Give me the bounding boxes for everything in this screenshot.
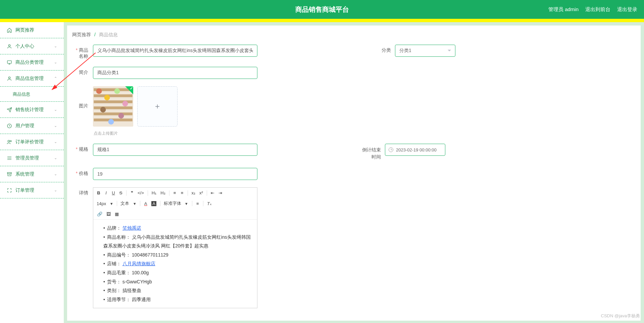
dropdown-icon[interactable]: ▾: [183, 200, 190, 207]
sidebar-item-home[interactable]: 网页推荐: [0, 22, 64, 38]
watermark: CSDN @java李杨勇: [601, 313, 640, 319]
input-brief[interactable]: [93, 67, 257, 79]
code-button[interactable]: </>: [136, 189, 146, 197]
chevron-down-icon: ⌄: [54, 60, 57, 64]
svg-point-0: [8, 44, 10, 46]
logout-link[interactable]: 退出登录: [617, 6, 637, 13]
superscript-button[interactable]: x²: [198, 189, 205, 197]
brand-link[interactable]: 笑烛禹诺: [122, 225, 141, 231]
h2-button[interactable]: H₂: [159, 189, 167, 197]
ordered-list-button[interactable]: ≡: [171, 189, 178, 197]
quote-button[interactable]: ❞: [129, 189, 135, 197]
main-content: 网页推荐 / 商品信息 商品名称 分类 分类1: [64, 22, 644, 323]
accent-bar: [0, 19, 644, 22]
svg-point-5: [10, 140, 11, 142]
send-icon: [7, 107, 12, 112]
row-brief: 简介: [72, 67, 636, 79]
sidebar-item-order-mgmt[interactable]: 订单管理 ⌄: [0, 182, 64, 198]
svg-point-18: [100, 107, 106, 112]
align-button[interactable]: ≡: [194, 200, 201, 207]
bold-button[interactable]: B: [95, 189, 102, 197]
image-button[interactable]: 🖼: [105, 210, 112, 218]
clock-icon: [7, 123, 12, 129]
app-title: 商品销售商城平台: [295, 5, 349, 14]
sidebar-item-product-info[interactable]: 商品信息管理 ⌃: [0, 71, 64, 87]
breadcrumb: 网页推荐 / 商品信息: [72, 31, 636, 45]
sidebar-item-sales-stats[interactable]: 销售统计管理 ⌄: [0, 102, 64, 118]
upload-hint: 点击上传图片: [94, 131, 178, 136]
sidebar-item-admin-mgmt[interactable]: 管理员管理 ⌄: [0, 150, 64, 166]
indent-button[interactable]: ⇤: [209, 189, 216, 197]
label-image: 图片: [72, 86, 93, 109]
sidebar-item-category[interactable]: 商品分类管理 ⌄: [0, 54, 64, 71]
admin-label[interactable]: 管理员 admin: [548, 6, 579, 13]
dropdown-icon[interactable]: ▾: [108, 200, 115, 207]
clear-format-button[interactable]: Tₓ: [205, 200, 213, 207]
label-brief: 简介: [72, 67, 93, 76]
bg-color-button[interactable]: A: [150, 200, 158, 207]
h1-button[interactable]: H₁: [150, 189, 158, 197]
sidebar-subitem-product-info[interactable]: 商品信息: [0, 87, 64, 102]
product-form: 商品名称 分类 分类1 简介 图片: [72, 45, 636, 308]
outdent-button[interactable]: ⇥: [217, 189, 224, 197]
font-family-select[interactable]: 标准字体: [162, 199, 183, 207]
italic-button[interactable]: I: [103, 189, 109, 197]
input-name[interactable]: [93, 45, 257, 57]
strike-button[interactable]: S: [117, 189, 124, 197]
font-size-select[interactable]: 14px: [95, 200, 107, 207]
row-name-category: 商品名称 分类 分类1: [72, 45, 636, 59]
editor-toolbar: B I U S ❞ </> H₁ H₂ ≡ ≡: [93, 188, 257, 220]
fullscreen-icon: [7, 188, 12, 193]
upload-button[interactable]: +: [137, 86, 178, 127]
sidebar-item-user-mgmt[interactable]: 用户管理 ⌄: [0, 118, 64, 134]
dropdown-icon[interactable]: ▾: [131, 200, 138, 207]
svg-rect-9: [94, 94, 132, 97]
clock-icon: [389, 147, 393, 152]
row-image: 图片: [72, 86, 636, 136]
rich-text-editor: B I U S ❞ </> H₁ H₂ ≡ ≡: [93, 187, 257, 308]
svg-point-15: [104, 95, 110, 100]
label-countdown: 倒计结束时间: [361, 144, 385, 160]
users-icon: [7, 139, 12, 145]
sidebar-item-profile[interactable]: 个人中心 ⌄: [0, 38, 64, 54]
sidebar-item-system[interactable]: 系统管理 ⌄: [0, 166, 64, 182]
link-button[interactable]: 🔗: [95, 210, 104, 218]
shop-link[interactable]: 八月风情旗舰店: [122, 261, 155, 266]
uploaded-image-thumb[interactable]: [93, 86, 133, 127]
sidebar-item-review[interactable]: 订单评价管理 ⌄: [0, 134, 64, 150]
video-button[interactable]: ▦: [113, 210, 120, 218]
select-category[interactable]: 分类1: [395, 45, 455, 57]
row-price: 价格: [72, 168, 636, 180]
svg-point-19: [118, 113, 124, 119]
chevron-down-icon: ⌄: [54, 107, 57, 112]
underline-button[interactable]: U: [110, 189, 117, 197]
chevron-down-icon: ⌄: [54, 172, 57, 176]
header-actions: 管理员 admin 退出到前台 退出登录: [548, 6, 637, 13]
chevron-down-icon: ⌄: [54, 188, 57, 192]
label-spec: 规格: [72, 144, 93, 152]
editor-content[interactable]: 品牌： 笑烛禹诺 商品名称： 义乌小商品批发城简约扎头发橡皮筋女网红ins头发绳…: [93, 220, 257, 308]
user-icon: [7, 76, 12, 81]
unordered-list-button[interactable]: ≡: [179, 189, 186, 197]
svg-rect-12: [94, 112, 132, 115]
svg-point-14: [96, 88, 102, 94]
input-price[interactable]: [93, 168, 257, 180]
subscript-button[interactable]: x₂: [190, 189, 197, 197]
archive-icon: [7, 172, 12, 177]
text-style-select[interactable]: 文本: [119, 199, 131, 207]
svg-point-4: [8, 140, 9, 142]
chevron-down-icon: ⌄: [54, 44, 57, 48]
breadcrumb-current: 商品信息: [99, 32, 118, 37]
breadcrumb-separator: /: [94, 32, 96, 37]
monitor-icon: [7, 60, 12, 65]
chevron-up-icon: ⌃: [54, 76, 57, 81]
breadcrumb-root[interactable]: 网页推荐: [72, 32, 91, 37]
svg-point-2: [8, 77, 10, 78]
row-detail: 详情 B I U S ❞ </> H₁ H₂: [72, 187, 636, 308]
text-color-button[interactable]: A: [142, 200, 149, 207]
to-front-link[interactable]: 退出到前台: [585, 6, 610, 13]
input-spec[interactable]: [93, 144, 257, 156]
label-price: 价格: [72, 168, 93, 177]
content-card: 网页推荐 / 商品信息 商品名称 分类 分类1: [67, 26, 641, 321]
datepicker-countdown[interactable]: 2023-02-19 00:00:00: [385, 144, 445, 156]
